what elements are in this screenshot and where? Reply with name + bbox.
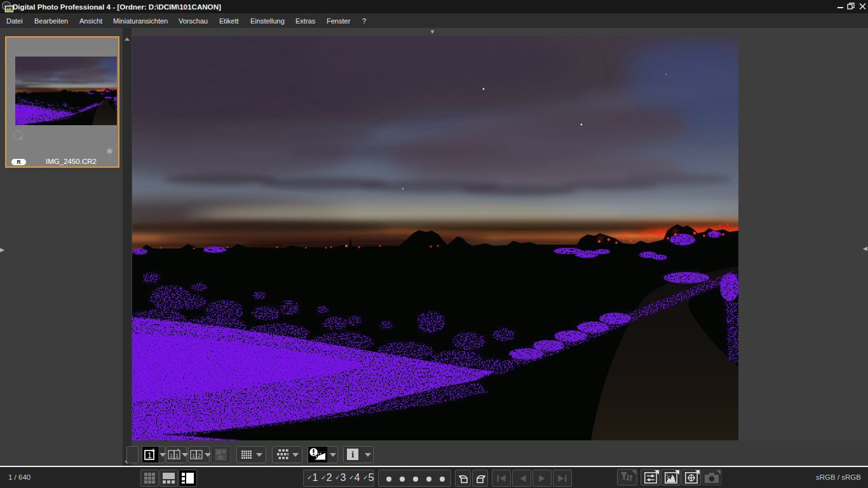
svg-text:*: * [152, 447, 156, 457]
svg-text:2: 2 [198, 452, 201, 459]
svg-text:1: 1 [170, 452, 173, 459]
svg-text:*: * [177, 447, 179, 453]
svg-text:1: 1 [175, 452, 179, 459]
svg-text:1: 1 [192, 452, 195, 459]
